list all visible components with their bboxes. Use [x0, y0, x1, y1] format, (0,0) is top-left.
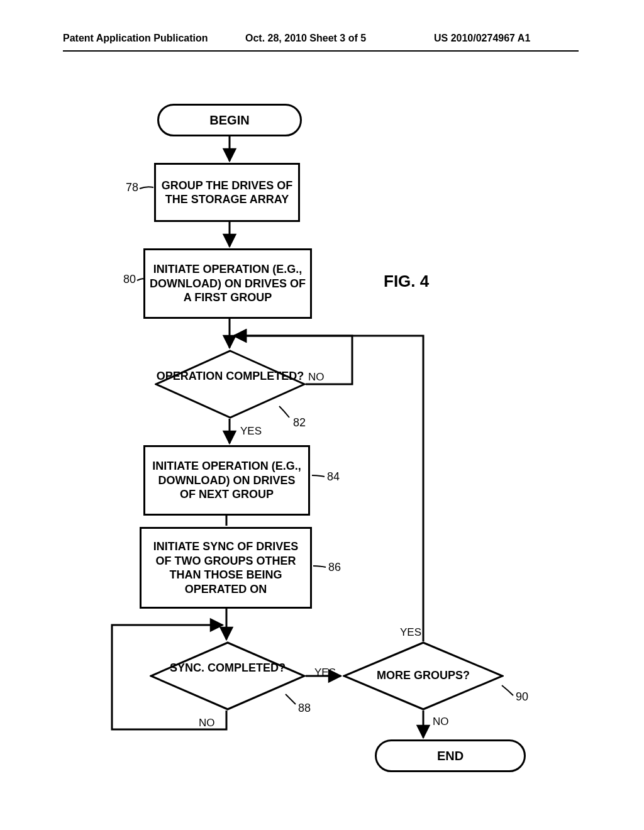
ref-88: 88: [298, 702, 311, 715]
figure-label: FIG. 4: [384, 272, 429, 291]
flow-arrows: [0, 0, 644, 830]
process-group-drives: GROUP THE DRIVES OF THE STORAGE ARRAY: [154, 163, 300, 222]
decision-82-text: OPERATION COMPLETED?: [155, 370, 306, 384]
edge-no-90: NO: [433, 716, 449, 728]
ref-86: 86: [328, 561, 341, 574]
edge-yes-90: YES: [400, 626, 421, 639]
svg-marker-0: [156, 351, 304, 418]
header-rule: [63, 50, 579, 52]
ref-84: 84: [327, 470, 340, 484]
terminator-end: END: [375, 739, 526, 772]
ref-82: 82: [293, 416, 306, 429]
decision-sync-completed: SYNC. COMPLETED?: [150, 641, 306, 711]
edge-yes-82: YES: [240, 425, 262, 438]
header-center: Oct. 28, 2010 Sheet 3 of 5: [245, 33, 366, 44]
page: Patent Application Publication Oct. 28, …: [0, 0, 644, 830]
edge-no-88: NO: [199, 717, 215, 729]
process-initiate-first-group: INITIATE OPERATION (E.G., DOWNLOAD) ON D…: [143, 248, 312, 319]
svg-marker-1: [151, 643, 304, 709]
process-initiate-sync: INITIATE SYNC OF DRIVES OF TWO GROUPS OT…: [140, 527, 312, 609]
ref-80: 80: [123, 273, 136, 286]
ref-90: 90: [516, 690, 528, 704]
edge-yes-88: YES: [314, 667, 336, 679]
terminator-begin: BEGIN: [157, 104, 302, 136]
decision-more-groups: MORE GROUPS?: [343, 641, 504, 711]
header-right: US 2010/0274967 A1: [434, 33, 530, 44]
ref-78: 78: [126, 181, 138, 194]
ref-leaders: [0, 0, 644, 830]
decision-90-text: MORE GROUPS?: [343, 669, 504, 683]
process-initiate-next-group: INITIATE OPERATION (E.G., DOWNLOAD) ON D…: [143, 445, 310, 516]
decision-88-text: SYNC. COMPLETED?: [150, 661, 306, 675]
edge-no-82: NO: [308, 371, 325, 384]
header-left: Patent Application Publication: [63, 33, 208, 44]
decision-operation-completed: OPERATION COMPLETED?: [155, 350, 306, 419]
